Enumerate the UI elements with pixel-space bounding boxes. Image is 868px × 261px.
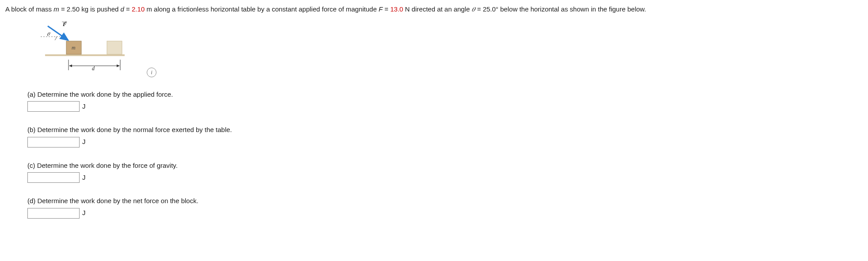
- info-icon[interactable]: i: [147, 68, 156, 77]
- text-fragment: =: [383, 5, 390, 13]
- figure-F-label: F: [62, 22, 67, 27]
- text-fragment: = 2.50 kg is pushed: [59, 5, 121, 13]
- svg-line-3: [48, 26, 68, 40]
- part-b: (b) Determine the work done by the norma…: [27, 125, 863, 148]
- text-fragment: = 25.0° below the horizontal as shown in…: [475, 5, 646, 13]
- part-a-unit: J: [82, 102, 86, 112]
- part-b-unit: J: [82, 137, 86, 147]
- part-b-input[interactable]: [27, 137, 80, 148]
- figure-theta-label: 𝜃: [47, 31, 50, 37]
- part-a: (a) Determine the work done by the appli…: [27, 90, 863, 112]
- svg-rect-2: [107, 41, 122, 54]
- part-d-label: (d) Determine the work done by the net f…: [27, 196, 863, 206]
- text-fragment: m along a frictionless horizontal table …: [145, 5, 378, 13]
- problem-figure: F 𝜃 m d: [32, 22, 125, 79]
- text-fragment: N directed at an angle: [403, 5, 472, 13]
- figure-d-label: d: [92, 65, 95, 72]
- svg-rect-0: [45, 54, 125, 56]
- part-d-input[interactable]: [27, 208, 80, 219]
- symbol-m: m: [53, 5, 59, 13]
- symbol-F: F: [379, 5, 383, 13]
- part-a-label: (a) Determine the work done by the appli…: [27, 90, 863, 100]
- text-fragment: =: [124, 5, 132, 13]
- part-a-input[interactable]: [27, 101, 80, 112]
- part-d: (d) Determine the work done by the net f…: [27, 196, 863, 219]
- value-F: 13.0: [390, 5, 403, 13]
- text-fragment: A block of mass: [5, 5, 53, 13]
- part-c-unit: J: [82, 173, 86, 183]
- part-c-label: (c) Determine the work done by the force…: [27, 161, 863, 171]
- part-b-label: (b) Determine the work done by the norma…: [27, 125, 863, 135]
- problem-statement: A block of mass m = 2.50 kg is pushed d …: [5, 4, 863, 15]
- figure-m-label: m: [72, 45, 76, 51]
- symbol-d: d: [121, 5, 124, 13]
- part-c: (c) Determine the work done by the force…: [27, 161, 863, 183]
- part-c-input[interactable]: [27, 172, 80, 183]
- part-d-unit: J: [82, 208, 86, 218]
- value-d: 2.10: [132, 5, 145, 13]
